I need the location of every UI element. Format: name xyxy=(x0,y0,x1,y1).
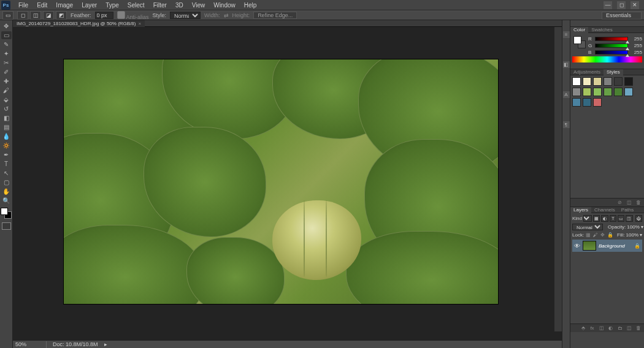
shape-tool[interactable]: ▢ xyxy=(1,178,12,186)
layer-item[interactable]: 👁 Background 🔒 xyxy=(572,240,642,252)
marquee-tool[interactable]: ▭ xyxy=(1,31,12,39)
hand-tool[interactable]: ✋ xyxy=(1,187,12,195)
filter-type-icon[interactable]: T xyxy=(610,215,616,222)
menu-file[interactable]: File xyxy=(14,1,33,9)
filter-shape-icon[interactable]: ▭ xyxy=(618,215,624,222)
lock-transparent-icon[interactable]: ▦ xyxy=(586,232,591,238)
filter-smart-icon[interactable]: ◫ xyxy=(626,215,632,222)
quick-mask-toggle[interactable] xyxy=(2,222,11,230)
zoom-tool[interactable]: 🔍 xyxy=(1,197,12,205)
document-tab[interactable]: IMG_20140729_181028083_HDR.jpg @ 50% (RG… xyxy=(13,20,145,27)
style-swatch[interactable] xyxy=(604,77,612,86)
style-swatch[interactable] xyxy=(583,88,591,96)
type-tool[interactable]: T xyxy=(1,160,12,168)
styles-tab[interactable]: Styles xyxy=(604,69,623,75)
style-swatch[interactable] xyxy=(572,88,581,96)
adjustment-layer-icon[interactable]: ◐ xyxy=(607,325,614,331)
menu-view[interactable]: View xyxy=(188,1,210,9)
menu-filter[interactable]: Filter xyxy=(149,1,171,9)
new-selection-icon[interactable]: ◻ xyxy=(17,11,28,20)
fill-dropdown-icon[interactable]: ▾ xyxy=(640,232,642,238)
swatches-tab[interactable]: Swatches xyxy=(588,27,616,33)
style-swatch[interactable] xyxy=(593,88,602,96)
r-slider[interactable] xyxy=(595,37,628,41)
eyedropper-tool[interactable]: ✐ xyxy=(1,68,12,76)
minimize-button[interactable]: — xyxy=(604,1,612,9)
doc-info[interactable]: Doc: 10.8M/10.8M xyxy=(53,341,98,347)
g-value[interactable]: 255 xyxy=(630,43,642,48)
filter-pixel-icon[interactable]: ▦ xyxy=(593,215,600,222)
properties-panel-icon[interactable]: ◧ xyxy=(563,61,570,68)
style-swatch[interactable] xyxy=(614,88,623,96)
menu-3d[interactable]: 3D xyxy=(171,1,188,9)
layer-group-icon[interactable]: 🗀 xyxy=(616,325,623,331)
style-swatch[interactable] xyxy=(593,77,602,86)
new-style-icon[interactable]: ◫ xyxy=(626,200,632,206)
fg-color-swatch[interactable] xyxy=(1,208,8,215)
canvas-area[interactable] xyxy=(13,27,562,340)
menu-image[interactable]: Image xyxy=(52,1,77,9)
lock-image-icon[interactable]: 🖌 xyxy=(593,232,599,238)
style-swatch[interactable] xyxy=(624,77,633,86)
b-slider[interactable] xyxy=(595,50,628,55)
trash-icon[interactable]: 🗑 xyxy=(635,200,642,206)
lasso-tool[interactable]: ✎ xyxy=(1,40,12,48)
feather-input[interactable] xyxy=(95,12,113,19)
zoom-level[interactable]: 50% xyxy=(15,341,40,347)
new-layer-icon[interactable]: ◫ xyxy=(626,325,632,331)
eraser-tool[interactable]: ◧ xyxy=(1,114,12,122)
maximize-button[interactable]: ◻ xyxy=(617,1,626,9)
character-panel-icon[interactable]: A xyxy=(563,91,570,98)
style-swatch[interactable] xyxy=(624,88,633,96)
style-select[interactable]: Normal xyxy=(170,12,201,19)
menu-window[interactable]: Window xyxy=(209,1,240,9)
no-style-icon[interactable]: ⊘ xyxy=(616,200,623,206)
lock-all-icon[interactable]: 🔒 xyxy=(607,232,613,238)
quick-select-tool[interactable]: ✦ xyxy=(1,50,12,58)
style-swatch[interactable] xyxy=(572,98,581,107)
intersect-selection-icon[interactable]: ◩ xyxy=(56,11,67,20)
vertical-scrollbar[interactable] xyxy=(554,27,562,331)
opacity-dropdown-icon[interactable]: ▾ xyxy=(641,224,643,230)
layer-mask-icon[interactable]: ◫ xyxy=(598,325,605,331)
style-swatch[interactable] xyxy=(604,88,612,96)
layers-tab[interactable]: Layers xyxy=(570,207,591,213)
filter-toggle[interactable]: ⏻ xyxy=(635,215,642,222)
delete-layer-icon[interactable]: 🗑 xyxy=(635,325,642,331)
menu-layer[interactable]: Layer xyxy=(77,1,101,9)
style-swatch[interactable] xyxy=(593,98,602,107)
opacity-value[interactable]: 100% xyxy=(627,224,639,230)
document-tab-close-icon[interactable]: × xyxy=(138,21,141,26)
crop-tool[interactable]: ✂ xyxy=(1,59,12,67)
add-selection-icon[interactable]: ◫ xyxy=(30,11,41,20)
color-ramp[interactable] xyxy=(572,56,642,62)
canvas[interactable] xyxy=(64,59,498,304)
color-tab[interactable]: Color xyxy=(570,27,588,33)
visibility-icon[interactable]: 👁 xyxy=(574,243,580,249)
style-swatch[interactable] xyxy=(583,98,591,107)
menu-edit[interactable]: Edit xyxy=(33,1,52,9)
path-tool[interactable]: ↖ xyxy=(1,169,12,177)
adjustments-tab[interactable]: Adjustments xyxy=(570,69,604,75)
brush-tool[interactable]: 🖌 xyxy=(1,86,12,94)
dodge-tool[interactable]: 🔅 xyxy=(1,142,12,149)
channels-tab[interactable]: Channels xyxy=(591,207,618,213)
style-swatch[interactable] xyxy=(614,77,623,86)
g-slider[interactable] xyxy=(595,44,628,48)
blend-mode-select[interactable]: Normal xyxy=(572,224,603,230)
refine-edge-button[interactable]: Refine Edge... xyxy=(253,12,297,19)
layer-fx-icon[interactable]: fx xyxy=(589,325,596,331)
tool-preset-icon[interactable]: ▭ xyxy=(2,11,13,20)
menu-select[interactable]: Select xyxy=(123,1,149,9)
layer-locked-icon[interactable]: 🔒 xyxy=(634,243,640,249)
style-swatch[interactable] xyxy=(583,77,591,86)
gradient-tool[interactable]: ▤ xyxy=(1,123,12,131)
style-swatch[interactable] xyxy=(572,77,581,86)
history-panel-icon[interactable]: ≡ xyxy=(563,31,570,38)
b-value[interactable]: 255 xyxy=(630,50,642,55)
paths-tab[interactable]: Paths xyxy=(618,207,637,213)
history-brush-tool[interactable]: ↺ xyxy=(1,105,12,113)
lock-position-icon[interactable]: ✥ xyxy=(600,232,605,238)
r-value[interactable]: 255 xyxy=(630,36,642,42)
paragraph-panel-icon[interactable]: ¶ xyxy=(563,121,570,128)
